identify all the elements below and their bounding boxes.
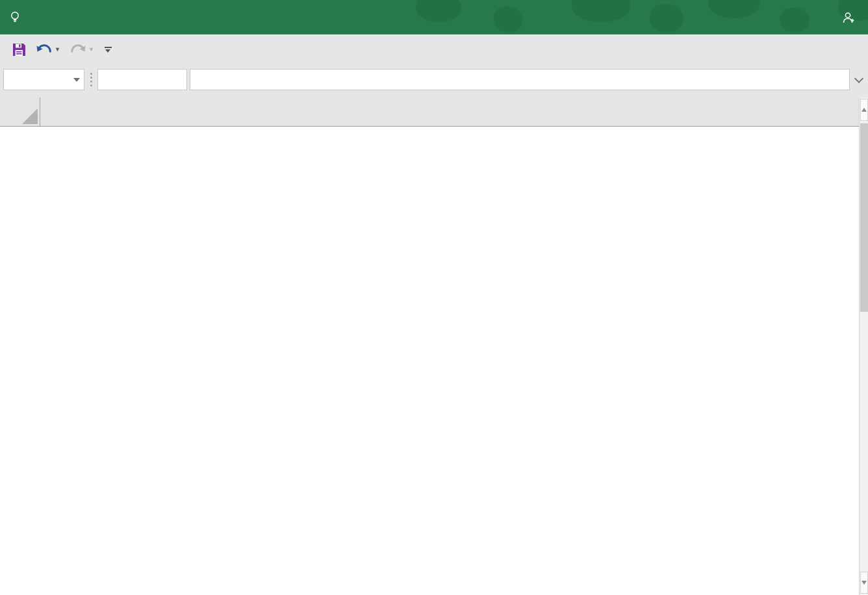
triangle-up-icon: [862, 108, 867, 112]
expand-formula-bar-button[interactable]: [850, 78, 868, 82]
undo-icon: [36, 43, 53, 57]
ribbon-decoration: [708, 0, 760, 18]
quick-access-toolbar: ▼ ▼: [0, 34, 868, 65]
vertical-scrollbar[interactable]: [859, 97, 868, 595]
scroll-down-button[interactable]: [860, 572, 868, 594]
ribbon-decoration: [416, 0, 461, 22]
column-headers: [0, 97, 868, 127]
chevron-down-icon: [854, 73, 863, 82]
redo-button[interactable]: ▼: [66, 40, 98, 60]
ribbon-decoration: [780, 8, 810, 32]
select-all-corner[interactable]: [0, 97, 40, 126]
undo-button[interactable]: ▼: [32, 40, 64, 60]
chevron-down-icon: [105, 49, 110, 53]
redo-icon: [70, 43, 86, 57]
name-box[interactable]: [3, 69, 84, 90]
triangle-down-icon: [862, 581, 867, 585]
undo-dropdown-arrow[interactable]: ▼: [55, 47, 60, 53]
formula-buttons: [97, 69, 187, 90]
vertical-scrollbar-thumb[interactable]: [860, 123, 868, 312]
select-all-triangle-icon: [22, 108, 38, 124]
save-button[interactable]: [8, 40, 31, 60]
name-box-dropdown[interactable]: [70, 78, 84, 82]
formula-bar-resize-handle[interactable]: [84, 73, 97, 86]
tell-me-box[interactable]: [10, 11, 25, 23]
customize-quick-access-button[interactable]: [105, 47, 112, 53]
share-person-icon: [842, 12, 855, 23]
redo-dropdown-arrow[interactable]: ▼: [88, 47, 94, 53]
scroll-up-button[interactable]: [860, 99, 868, 121]
chevron-down-icon: [73, 78, 80, 82]
save-icon: [12, 42, 27, 57]
lightbulb-icon: [10, 11, 19, 23]
customize-quick-access-icon: [105, 47, 112, 48]
ribbon-decoration: [650, 4, 683, 32]
ribbon-tab-bar: [0, 0, 868, 34]
formula-bar-row: [0, 65, 868, 94]
share-button[interactable]: [842, 0, 859, 34]
formula-input[interactable]: [190, 69, 850, 90]
ribbon-decoration: [572, 0, 630, 22]
excel-window: ▼ ▼: [0, 0, 868, 595]
sheet-grid: [0, 127, 868, 595]
ribbon-decoration: [494, 6, 522, 32]
